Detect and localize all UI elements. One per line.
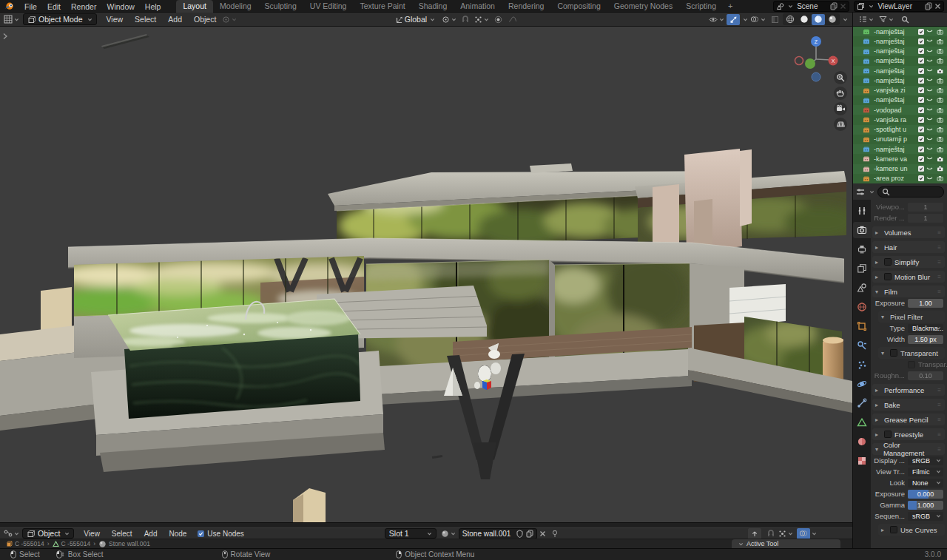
material-slot-dropdown[interactable]: Slot 1 — [385, 528, 437, 539]
scene-name[interactable]: Scene — [795, 2, 828, 10]
shading-wireframe-button[interactable] — [783, 14, 797, 25]
pan-hand-button[interactable] — [834, 87, 847, 100]
pool-object[interactable] — [91, 299, 385, 472]
viewlayer-selector[interactable]: ViewLayer — [854, 1, 944, 12]
overlays-button[interactable] — [749, 14, 766, 25]
collection-name[interactable]: -vanjska zi — [874, 87, 916, 94]
shading-material-button[interactable] — [812, 14, 825, 25]
shader-menu-select[interactable]: Select — [107, 530, 138, 538]
hide-viewport-icon[interactable] — [926, 50, 933, 53]
properties-tab-physics-icon[interactable] — [853, 376, 871, 392]
3d-viewport[interactable]: Z X — [0, 27, 852, 522]
tab-compositing[interactable]: Compositing — [550, 0, 607, 13]
outliner-collection-row[interactable]: -unutarnji p — [853, 135, 947, 144]
add-workspace-button[interactable]: + — [723, 1, 738, 10]
collection-name[interactable]: -namještaj — [874, 96, 916, 104]
disable-render-icon[interactable] — [937, 97, 944, 103]
disable-render-icon[interactable] — [937, 48, 944, 54]
hide-viewport-icon[interactable] — [926, 167, 933, 171]
hide-viewport-icon[interactable] — [926, 39, 933, 43]
exclude-checkbox[interactable] — [918, 87, 924, 93]
prop-pixel-filter[interactable]: ▾Pixel Filter — [878, 311, 945, 323]
outliner-collection-row[interactable]: -spotlight u — [853, 125, 947, 135]
disable-render-icon[interactable] — [937, 78, 944, 84]
collection-name[interactable]: -kamere un — [874, 165, 916, 172]
tab-rendering[interactable]: Rendering — [502, 0, 550, 13]
properties-tab-view-layer-icon[interactable] — [853, 260, 871, 277]
exclude-checkbox[interactable] — [918, 156, 924, 162]
exclude-checkbox[interactable] — [918, 68, 924, 74]
pin-icon[interactable] — [551, 530, 559, 538]
proportional-editing-button[interactable] — [491, 14, 505, 25]
editor-type-button[interactable] — [3, 528, 20, 539]
collection-name[interactable]: -namještaj — [874, 146, 916, 153]
overlays-toggle-button[interactable] — [797, 528, 810, 539]
exclude-checkbox[interactable] — [918, 97, 924, 103]
breadcrumb-mesh[interactable]: C -555014 — [53, 540, 91, 547]
breadcrumb-material[interactable]: Stone wall.001 — [98, 540, 150, 548]
tab-modeling[interactable]: Modeling — [213, 0, 258, 13]
menu-file[interactable]: File — [19, 2, 42, 11]
properties-tab-tool-icon[interactable] — [853, 203, 871, 219]
filter-button[interactable] — [878, 14, 894, 25]
hide-viewport-icon[interactable] — [926, 59, 933, 63]
gizmos-toggle-button[interactable] — [727, 14, 740, 25]
outliner-collection-row[interactable]: -vodopad — [853, 105, 947, 115]
collection-name[interactable]: -vodopad — [874, 107, 916, 114]
use-nodes-checkbox[interactable] — [198, 530, 204, 537]
tab-sculpting[interactable]: Sculpting — [258, 0, 303, 13]
prop-volumes[interactable]: ▸Volumes≡ — [872, 226, 945, 238]
exclude-checkbox[interactable] — [918, 166, 924, 172]
properties-tab-world-icon[interactable] — [853, 299, 871, 315]
properties-tab-scene-icon[interactable] — [853, 280, 871, 296]
disable-render-icon[interactable] — [937, 166, 944, 172]
properties-tab-object-icon[interactable] — [853, 318, 871, 334]
hide-viewport-icon[interactable] — [926, 128, 933, 132]
scene-selector[interactable]: Scene — [773, 1, 849, 12]
hide-viewport-icon[interactable] — [926, 118, 933, 121]
exclude-checkbox[interactable] — [918, 58, 924, 64]
properties-tab-object-data-icon[interactable] — [853, 414, 871, 431]
gizmo-visibility-button[interactable] — [708, 14, 725, 25]
exclude-checkbox[interactable] — [918, 78, 924, 84]
disable-render-icon[interactable] — [937, 175, 944, 181]
outliner-collection-row[interactable]: -namještaj — [853, 47, 947, 56]
hide-viewport-icon[interactable] — [926, 69, 933, 72]
new-viewlayer-button[interactable] — [925, 2, 932, 10]
go-to-parent-node-button[interactable] — [748, 528, 761, 539]
viewport-menu-object[interactable]: Object — [189, 15, 221, 24]
exclude-checkbox[interactable] — [918, 136, 924, 142]
search-button[interactable] — [898, 14, 911, 25]
prop-use-curves[interactable]: ▸Use Curves — [878, 524, 945, 536]
exclude-checkbox[interactable] — [918, 38, 924, 44]
orthographic-grid-button[interactable] — [834, 118, 847, 131]
disable-render-icon[interactable] — [937, 126, 944, 132]
hide-viewport-icon[interactable] — [926, 138, 933, 141]
collection-name[interactable]: -spotlight u — [874, 126, 916, 133]
3d-scene-render[interactable] — [0, 27, 852, 522]
toolbar-expand-arrow[interactable] — [2, 33, 8, 40]
hide-viewport-icon[interactable] — [926, 177, 933, 181]
breadcrumb-object[interactable]: C -555014 — [6, 540, 44, 547]
properties-tab-particles-icon[interactable] — [853, 357, 871, 373]
viewport-menu-view[interactable]: View — [101, 15, 129, 24]
prop-performance[interactable]: ▸Performance≡ — [872, 384, 945, 396]
falloff-curve-button[interactable] — [506, 14, 519, 25]
disable-render-icon[interactable] — [937, 136, 944, 142]
outliner-collection-row[interactable]: -namještaj — [853, 144, 947, 154]
operator-options-button[interactable] — [221, 14, 237, 25]
prop-film[interactable]: ▾Film≡ — [872, 286, 945, 297]
hide-viewport-icon[interactable] — [926, 157, 933, 161]
collection-name[interactable]: -area proz — [874, 175, 916, 182]
snap-target-button[interactable] — [474, 14, 490, 25]
tab-texture-paint[interactable]: Texture Paint — [353, 0, 411, 13]
collection-name[interactable]: -namještaj — [874, 77, 916, 84]
material-name[interactable]: Stone wall.001 — [462, 530, 513, 538]
delete-scene-button[interactable] — [840, 3, 846, 10]
prop-transparent[interactable]: ▾Transparent — [878, 347, 945, 359]
disable-render-icon[interactable] — [937, 146, 944, 152]
hide-viewport-icon[interactable] — [926, 108, 933, 112]
disable-render-icon[interactable] — [937, 58, 944, 64]
tab-layout[interactable]: Layout — [176, 0, 213, 13]
mode-dropdown[interactable]: Object Mode — [23, 13, 97, 25]
